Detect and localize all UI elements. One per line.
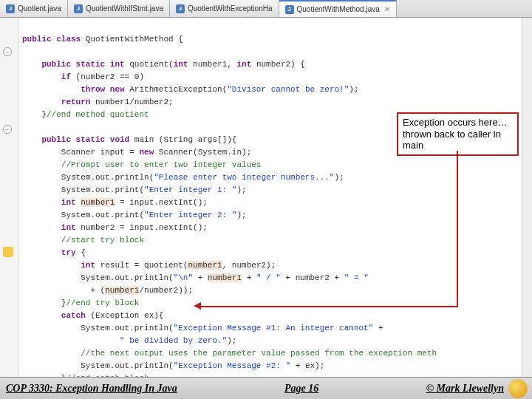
callout-text: Exception occurs here… thrown back to ca… <box>403 117 508 151</box>
ucf-logo-icon <box>508 379 528 398</box>
java-file-icon: J <box>176 4 185 13</box>
vertical-scrollbar[interactable] <box>522 18 532 377</box>
fold-marker-icon[interactable]: – <box>3 125 12 134</box>
warning-icon[interactable] <box>3 247 13 257</box>
tab-quotient-exception[interactable]: J QuotientWithExceptionHa <box>170 0 279 17</box>
annotation-arrow <box>457 151 458 306</box>
tab-label: Quotient.java <box>18 4 61 13</box>
fold-marker-icon[interactable]: – <box>3 47 12 56</box>
tab-quotient-method[interactable]: J QuotientWithMethod.java ✕ <box>279 0 397 17</box>
slide-footer: COP 3330: Exception Handling In Java Pag… <box>0 377 532 399</box>
tab-label: QuotientWithIfStmt.java <box>86 4 163 13</box>
author-credit: © Mark Llewellyn <box>426 383 508 395</box>
course-title: COP 3330: Exception Handling In Java <box>0 383 177 395</box>
tab-label: QuotientWithMethod.java <box>297 5 380 13</box>
code-area[interactable]: public class public class QuotientWithMe… <box>22 21 528 377</box>
tab-quotient-ifstmt[interactable]: J QuotientWithIfStmt.java <box>68 0 170 17</box>
java-file-icon: J <box>6 4 15 13</box>
tab-quotient[interactable]: J Quotient.java <box>0 0 68 17</box>
code-editor[interactable]: – – public class public class QuotientWi… <box>0 18 532 377</box>
annotation-arrow <box>200 306 458 307</box>
java-file-icon: J <box>74 4 83 13</box>
tab-label: QuotientWithExceptionHa <box>188 4 273 13</box>
java-file-icon: J <box>285 5 294 14</box>
editor-gutter: – – <box>0 18 19 377</box>
annotation-callout: Exception occurs here… thrown back to ca… <box>397 112 519 156</box>
close-icon[interactable]: ✕ <box>384 5 390 13</box>
arrow-head-icon <box>194 302 201 310</box>
page-number: Page 16 <box>177 383 426 395</box>
tab-bar: J Quotient.java J QuotientWithIfStmt.jav… <box>0 0 532 18</box>
